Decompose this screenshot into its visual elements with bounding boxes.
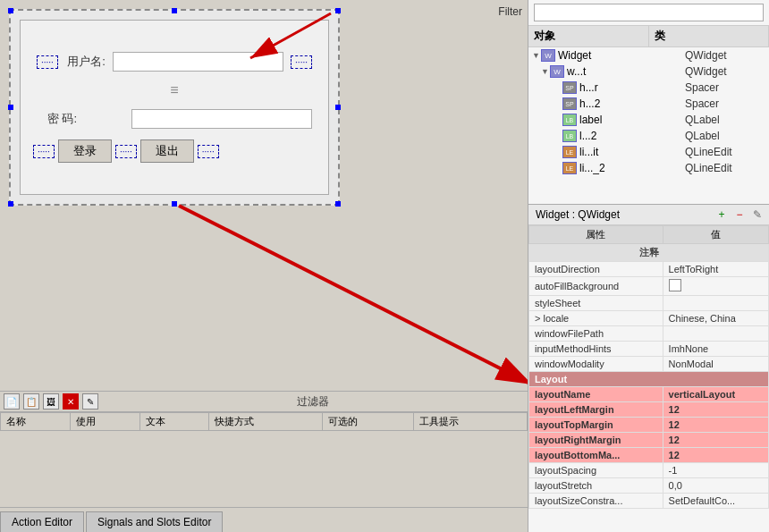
username-label: 用户名: [65,54,106,70]
prop-value: verticalLayout [663,387,768,402]
prop-name: layoutLeftMargin [529,402,663,418]
delete-icon[interactable]: ✕ [63,393,79,410]
tab-action-editor[interactable]: Action Editor [0,511,84,532]
image-icon[interactable]: 🖼 [43,393,59,410]
tree-item-type: Spacer [685,81,765,94]
prop-row-stylesheet[interactable]: styleSheet [529,296,769,311]
prop-name: layoutBottomMa... [529,448,663,463]
tree-row-li2[interactable]: LE li..._2 QLineEdit [528,160,769,176]
prop-row-windowmodality[interactable]: windowModality NonModal [529,357,769,372]
password-label: 密 码: [37,111,77,127]
prop-name: layoutName [529,387,663,402]
prop-name: autoFillBackground [529,277,663,296]
prop-name: styleSheet [529,296,663,311]
prop-name: layoutTopMargin [529,418,663,433]
prop-row-rightmargin[interactable]: layoutRightMargin 12 [529,433,769,448]
tree-item-type: Spacer [685,97,765,110]
button-row: ····· 登录 ····· 退出 ····· [30,139,319,163]
logout-button[interactable]: 退出 [140,139,194,163]
tree-row-wt[interactable]: ▼ W w...t QWidget [528,63,769,80]
prop-row-windowfilepath[interactable]: windowFilePath [529,326,769,342]
tree-item-name: h...2 [579,97,685,110]
col-text: 文本 [139,413,209,431]
props-table: 属性 值 注释 layoutDirection LeftToRight auto… [528,225,769,509]
tree-row-label[interactable]: LB label QLabel [528,112,769,128]
tree-item-type: QWidget [685,49,765,62]
prop-value: LeftToRight [663,262,768,277]
separator: ≡ [30,82,319,98]
tree-row-widget[interactable]: ▼ W Widget QWidget [528,47,769,63]
tree-item-name: label [579,114,685,126]
tree-col-class: 类 [649,26,770,46]
prop-value [663,296,768,311]
prop-row-layoutname[interactable]: layoutName verticalLayout [529,387,769,402]
tree-row-hr[interactable]: SP h...r Spacer [528,80,769,96]
tree-row-liit[interactable]: LE li...it QLineEdit [528,144,769,160]
password-input[interactable] [131,109,312,129]
main-area: ····· 用户名: ····· ≡ 密 码: ····· [0,0,769,532]
bottom-panel: 📄 📋 🖼 ✕ ✎ 过滤器 名称 使用 文本 快捷方式 可选的 [0,391,528,507]
filter-text: Filter [498,5,522,18]
prop-row-locale[interactable]: > locale Chinese, China [529,311,769,326]
handle-bm [172,201,177,207]
edit-icon[interactable]: ✎ [82,393,98,410]
prop-value: -1 [663,463,768,478]
lineedit-icon: LE [562,162,577,174]
tree-item-name: li...it [579,146,685,158]
tree-row-l2[interactable]: LB l...2 QLabel [528,128,769,144]
prop-row-inputmethods[interactable]: inputMethodHints ImhNone [529,342,769,357]
prop-name: layoutSpacing [529,463,663,478]
col-shortcut: 快捷方式 [209,413,323,431]
tree-item-type: QLineEdit [685,146,765,158]
prop-row-sizeconstraint[interactable]: layoutSizeConstra... SetDefaultCo... [529,494,769,509]
tree-item-name: h...r [579,81,685,94]
props-edit-btn[interactable]: ✎ [749,207,765,223]
prop-value: 12 [663,402,768,418]
username-row: ····· 用户名: ····· [30,52,319,72]
checkbox[interactable] [669,279,681,291]
layout-group-row: Layout [529,372,769,387]
col-optional: 可选的 [323,413,414,431]
prop-name: windowModality [529,357,663,372]
designer-widget[interactable]: ····· 用户名: ····· ≡ 密 码: ····· [9,9,340,206]
props-title: Widget : QWidget [532,207,712,223]
right-panel: Filter 对象 类 ▼ W Widget QWidget ▼ W w...t… [528,0,769,532]
prop-row-layoutdirection[interactable]: layoutDirection LeftToRight [529,262,769,277]
tree-item-name: l...2 [579,130,685,142]
tree-item-type: QWidget [685,65,765,78]
tree-item-name: li..._2 [579,162,685,174]
prop-row-topmargin[interactable]: layoutTopMargin 12 [529,418,769,433]
props-add-btn[interactable]: + [714,207,730,223]
col-property: 属性 [529,226,663,244]
prop-row-leftmargin[interactable]: layoutLeftMargin 12 [529,402,769,418]
prop-row-spacing[interactable]: layoutSpacing -1 [529,463,769,478]
svg-line-2 [179,206,528,384]
widget-icon: W [541,49,555,62]
prop-name: layoutStretch [529,478,663,494]
prop-value: 12 [663,418,768,433]
prop-value [663,277,768,296]
copy-icon[interactable]: 📋 [23,393,39,410]
prop-row-stretch[interactable]: layoutStretch 0,0 [529,478,769,494]
handle-tm [172,8,177,13]
prop-name: layoutRightMargin [529,433,663,448]
username-input[interactable] [113,52,283,72]
object-tree: 对象 类 ▼ W Widget QWidget ▼ W w...t QWidge… [528,26,769,205]
handle-mr [335,105,341,110]
tree-row-h2[interactable]: SP h...2 Spacer [528,96,769,112]
handle-tl [8,8,13,13]
login-button[interactable]: 登录 [58,139,112,163]
prop-row-bottommargin[interactable]: layoutBottomMa... 12 [529,448,769,463]
tree-col-object: 对象 [528,26,649,46]
arrow-icon: ▼ [532,51,541,60]
prop-value: 12 [663,433,768,448]
prop-name: layoutDirection [529,262,663,277]
spacer-icon: SP [562,81,577,94]
prop-row-autofill[interactable]: autoFillBackground [529,277,769,296]
new-icon[interactable]: 📄 [4,393,20,410]
tab-signals-slots[interactable]: Signals and Slots Editor [86,511,223,532]
props-remove-btn[interactable]: − [731,207,748,223]
bottom-toolbar: 📄 📋 🖼 ✕ ✎ 过滤器 [0,392,528,412]
bottom-table: 名称 使用 文本 快捷方式 可选的 工具提示 [0,412,528,507]
filter-input[interactable] [534,4,764,21]
